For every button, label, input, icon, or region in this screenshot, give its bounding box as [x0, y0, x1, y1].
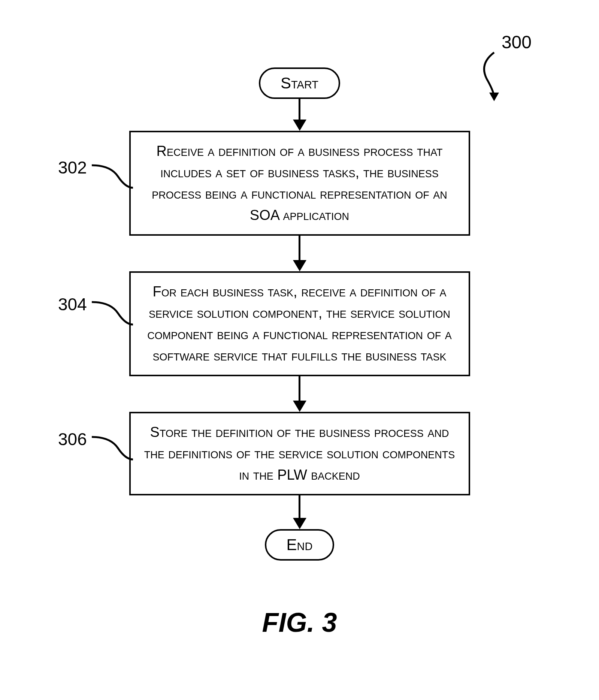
arrow-icon [293, 99, 306, 131]
step-ref-306: 306 [58, 429, 87, 449]
connector-curve-icon [90, 428, 135, 461]
process-step-304: For each business task, receive a defini… [129, 271, 470, 376]
step-ref-302: 302 [58, 157, 87, 178]
figure-caption: FIG. 3 [262, 607, 337, 638]
reference-arc-icon [477, 51, 511, 103]
connector-curve-icon [90, 156, 135, 190]
process-step-302: Receive a definition of a business proce… [129, 131, 470, 236]
svg-marker-0 [489, 93, 499, 101]
step-ref-304: 304 [58, 294, 87, 314]
arrow-icon [293, 376, 306, 412]
connector-curve-icon [90, 293, 135, 326]
start-terminal: Start [259, 67, 340, 99]
end-terminal: End [265, 529, 335, 561]
flowchart-container: Start Receive a definition of a business… [129, 67, 470, 561]
arrow-icon [293, 495, 306, 529]
process-step-306: Store the definition of the business pro… [129, 412, 470, 495]
figure-reference-number: 300 [502, 32, 532, 52]
arrow-icon [293, 236, 306, 271]
